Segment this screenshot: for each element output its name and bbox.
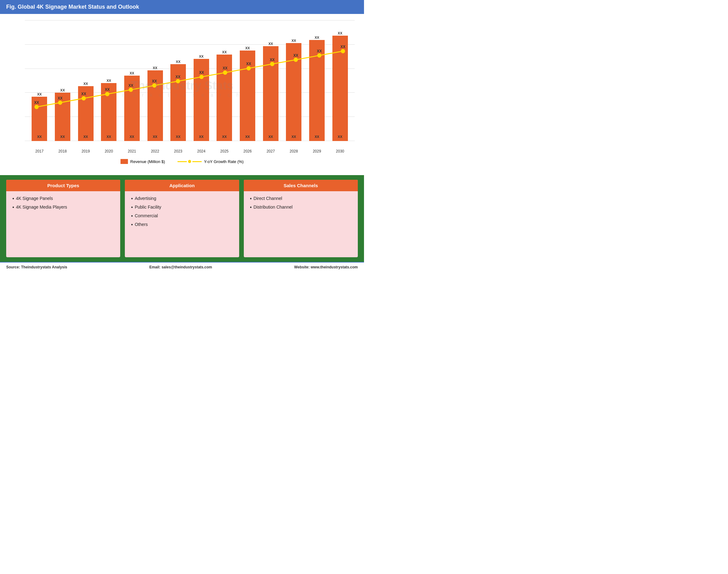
svg-text:XX: XX [270, 57, 275, 62]
chart-area: The Industry Stats m a r k e t r e s e a… [9, 20, 355, 157]
card-item: •4K Signage Media Players [12, 205, 114, 210]
card-item: •Direct Channel [250, 196, 352, 201]
card-header: Application [125, 180, 239, 191]
svg-point-14 [200, 75, 204, 79]
footer: Source: Theindustrystats Analysis Email:… [0, 262, 364, 272]
card-item: •Commercial [131, 213, 233, 219]
svg-point-26 [341, 49, 345, 53]
x-axis-label: 2025 [213, 149, 236, 154]
bullet-icon: • [131, 213, 133, 219]
bottom-section: Product Types•4K Signage Panels•4K Signa… [0, 175, 364, 262]
footer-source: Source: Theindustrystats Analysis [6, 265, 67, 269]
svg-point-22 [294, 58, 298, 62]
svg-point-16 [223, 71, 227, 74]
x-axis-label: 2022 [143, 149, 167, 154]
svg-text:XX: XX [81, 92, 86, 96]
svg-point-18 [247, 66, 251, 70]
svg-point-10 [153, 84, 157, 87]
svg-text:XX: XX [152, 79, 157, 83]
x-axis-label: 2019 [74, 149, 97, 154]
svg-point-24 [317, 54, 321, 57]
card-item-text: Distribution Channel [253, 205, 292, 209]
x-axis-label: 2029 [305, 149, 329, 154]
x-axis-label: 2020 [97, 149, 121, 154]
card-header: Product Types [6, 180, 120, 191]
svg-point-20 [270, 62, 274, 66]
bottom-card-product-types: Product Types•4K Signage Panels•4K Signa… [6, 180, 120, 257]
line-chart: XXXXXXXXXXXXXXXXXXXXXXXXXXXX [25, 20, 355, 141]
bullet-icon: • [250, 205, 252, 210]
svg-point-6 [105, 92, 109, 96]
bullet-icon: • [131, 205, 133, 210]
svg-point-0 [35, 105, 38, 109]
x-axis-label: 2024 [189, 149, 213, 154]
card-body: •Advertising•Public Facility•Commercial•… [125, 191, 239, 235]
footer-email: Email: sales@theindustrystats.com [149, 265, 212, 269]
svg-point-2 [58, 101, 62, 105]
card-body: •Direct Channel•Distribution Channel [244, 191, 358, 218]
bullet-icon: • [250, 196, 252, 201]
x-axis-label: 2026 [236, 149, 259, 154]
card-item-text: Others [135, 222, 148, 227]
footer-website: Website: www.theindustrystats.com [294, 265, 358, 269]
svg-text:XX: XX [128, 83, 133, 88]
chart-legend: Revenue (Million $) Y-oY Growth Rate (%) [9, 159, 355, 164]
x-axis-label: 2030 [328, 149, 352, 154]
card-item: •Others [131, 222, 233, 228]
legend-line-label: Y-oY Growth Rate (%) [204, 159, 244, 164]
bullet-icon: • [131, 222, 133, 228]
svg-point-12 [176, 79, 180, 83]
svg-point-4 [82, 96, 86, 100]
svg-text:XX: XX [105, 87, 110, 92]
x-axis-label: 2021 [121, 149, 144, 154]
legend-revenue: Revenue (Million $) [121, 159, 165, 164]
page-header: Fig. Global 4K Signage Market Status and… [0, 0, 364, 14]
bottom-card-application: Application•Advertising•Public Facility•… [125, 180, 239, 257]
svg-text:XX: XX [317, 49, 322, 53]
svg-text:XX: XX [176, 75, 181, 79]
x-axis-label: 2027 [259, 149, 282, 154]
card-item-text: Public Facility [135, 205, 161, 209]
card-item-text: Advertising [135, 196, 156, 201]
x-axis-label: 2018 [51, 149, 74, 154]
card-body: •4K Signage Panels•4K Signage Media Play… [6, 191, 120, 218]
legend-line-icon [177, 160, 202, 163]
bullet-icon: • [131, 196, 133, 201]
svg-text:XX: XX [223, 66, 228, 70]
x-axis-label: 2023 [167, 149, 190, 154]
page-title: Fig. Global 4K Signage Market Status and… [6, 4, 139, 10]
card-item: •Public Facility [131, 205, 233, 210]
card-item: •Distribution Channel [250, 205, 352, 210]
card-item-text: Commercial [135, 213, 158, 218]
svg-text:XX: XX [340, 45, 345, 49]
svg-text:XX: XX [58, 96, 62, 100]
legend-bar-icon [121, 159, 128, 164]
card-item-text: 4K Signage Media Players [16, 205, 67, 209]
card-item-text: 4K Signage Panels [16, 196, 53, 201]
card-item: •4K Signage Panels [12, 196, 114, 201]
svg-point-8 [129, 88, 133, 92]
chart-section: The Industry Stats m a r k e t r e s e a… [0, 14, 364, 175]
card-item-text: Direct Channel [253, 196, 282, 201]
x-axis: 2017201820192020202120222023202420252026… [25, 149, 355, 154]
legend-growth: Y-oY Growth Rate (%) [177, 159, 244, 164]
svg-text:XX: XX [34, 100, 39, 105]
svg-text:XX: XX [199, 70, 204, 75]
card-header: Sales Channels [244, 180, 358, 191]
svg-text:XX: XX [293, 53, 298, 58]
bottom-card-sales-channels: Sales Channels•Direct Channel•Distributi… [244, 180, 358, 257]
svg-text:XX: XX [246, 62, 251, 66]
bullet-icon: • [12, 196, 14, 201]
legend-bar-label: Revenue (Million $) [130, 159, 165, 164]
card-item: •Advertising [131, 196, 233, 201]
x-axis-label: 2017 [28, 149, 51, 154]
x-axis-label: 2028 [282, 149, 305, 154]
bullet-icon: • [12, 205, 14, 210]
